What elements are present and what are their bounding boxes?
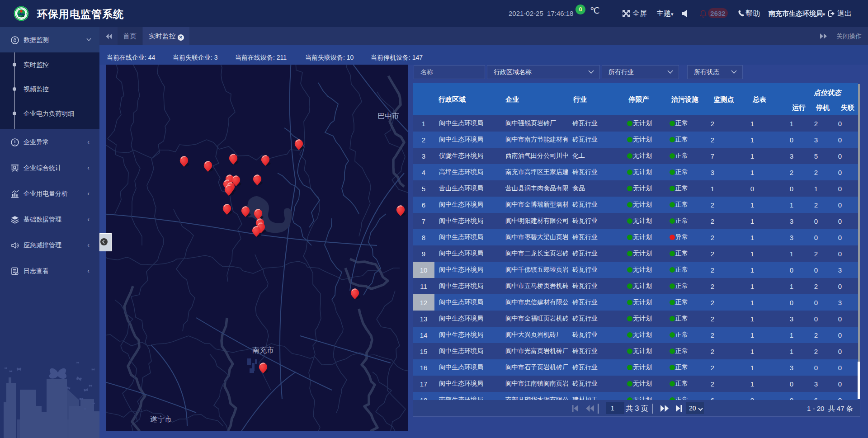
svg-text:遂宁市: 遂宁市 (150, 415, 172, 423)
svg-text:南充市: 南充市 (252, 346, 274, 354)
svg-text:巴中市: 巴中市 (377, 112, 399, 120)
